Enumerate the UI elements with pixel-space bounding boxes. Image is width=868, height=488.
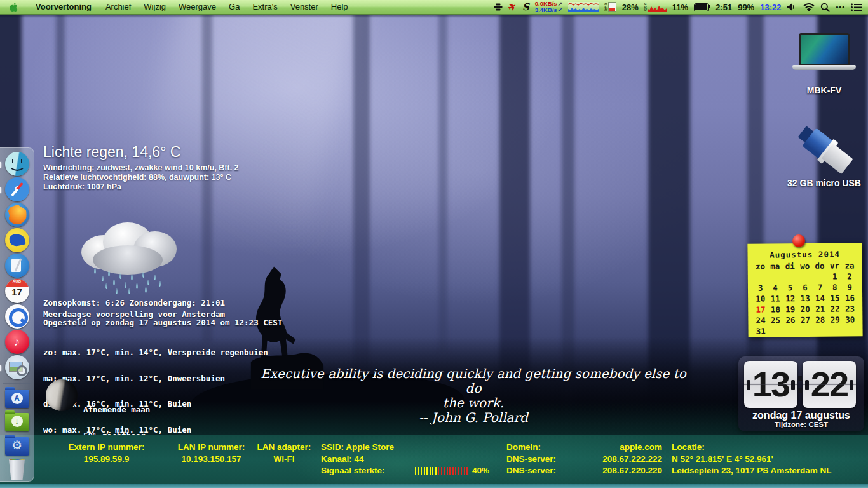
signal-bar-yellow bbox=[424, 467, 425, 475]
pushpin-icon bbox=[792, 234, 805, 247]
network-history-graph-icon[interactable] bbox=[568, 2, 599, 12]
battery-percent: 99% bbox=[738, 3, 754, 12]
dock-item-safari[interactable] bbox=[4, 177, 31, 201]
lan-adapter-value: Wi-Fi bbox=[243, 454, 325, 466]
signal-bar-red bbox=[438, 467, 439, 475]
macbook-label[interactable]: MBK-FV bbox=[773, 85, 868, 95]
itunes-icon: ♪ bbox=[5, 330, 29, 354]
menubar-clock[interactable]: 13:22 bbox=[760, 3, 781, 12]
finder-icon bbox=[5, 152, 29, 176]
menu-bar: Voorvertoning Archief Wijzig Weergave Ga… bbox=[0, 0, 868, 15]
mem-label: MEM bbox=[604, 3, 607, 11]
menu-weergave[interactable]: Weergave bbox=[172, 0, 222, 14]
quote-of-the-day: Executive ability is deciding quickly an… bbox=[254, 367, 693, 425]
apple-menu-icon[interactable] bbox=[9, 2, 19, 13]
quicktime-icon bbox=[5, 304, 29, 329]
calendar-cell bbox=[813, 326, 828, 336]
preview-running-indicator bbox=[0, 365, 1, 371]
dock-item-utilities-folder[interactable]: ⚙ bbox=[4, 435, 31, 457]
calendar-cell: 27 bbox=[798, 315, 813, 325]
dock-item-applications-folder[interactable]: A bbox=[4, 388, 31, 410]
usb-label[interactable]: 32 GB micro USB bbox=[773, 178, 868, 188]
wifi-icon[interactable] bbox=[803, 3, 815, 11]
little-snitch-plane-icon[interactable]: ✈ bbox=[506, 0, 519, 14]
blinds-menu-icon[interactable] bbox=[494, 3, 503, 11]
calendar-cell: 5 bbox=[783, 283, 798, 292]
calendar-day-header: vr bbox=[827, 261, 843, 270]
calendar-icon: AUG 17 bbox=[5, 279, 29, 303]
calendar-cell: 7 bbox=[813, 283, 828, 292]
calendar-cell: 21 bbox=[813, 304, 828, 314]
signal-bar-yellow bbox=[421, 467, 422, 475]
calendar-cell: 6 bbox=[797, 283, 813, 292]
dock-item-quicktime[interactable] bbox=[4, 304, 31, 329]
menu-extras[interactable]: Extra's bbox=[246, 0, 283, 14]
calendar-day-header: wo bbox=[797, 261, 813, 271]
weather-wind: Windrichting: zuidwest, zwakke wind 10 k… bbox=[43, 163, 239, 173]
menu-ga[interactable]: Ga bbox=[222, 0, 246, 14]
more-menu-icon[interactable]: ••• bbox=[836, 3, 845, 11]
calendar-cell: 30 bbox=[843, 315, 858, 324]
calendar-cell: 8 bbox=[827, 282, 843, 292]
firefox-icon bbox=[5, 203, 29, 227]
menu-archief[interactable]: Archief bbox=[99, 0, 137, 14]
flip-clock-date: zondag 17 augustus bbox=[738, 410, 864, 421]
memory-indicator[interactable]: MEM bbox=[604, 2, 616, 12]
thunderbird-icon bbox=[5, 228, 29, 252]
calendar-cell: 10 bbox=[753, 294, 768, 304]
calendar-cell bbox=[768, 272, 783, 281]
weather-pressure: Luchtdruk: 1007 hPa bbox=[43, 182, 239, 192]
desktop-icon-macbook[interactable] bbox=[792, 33, 856, 75]
dock-item-calendar[interactable]: AUG 17 bbox=[4, 279, 31, 303]
menu-wijzig[interactable]: Wijzig bbox=[137, 0, 172, 14]
calendar-cell bbox=[798, 326, 813, 336]
volume-icon[interactable] bbox=[787, 3, 797, 11]
dock-item-thunderbird[interactable] bbox=[4, 228, 31, 252]
flip-clock-widget: 13 22 zondag 17 augustus Tijdzone: CEST bbox=[738, 356, 864, 431]
calendar-cell: 20 bbox=[797, 304, 813, 314]
notification-center-icon[interactable] bbox=[851, 3, 862, 11]
dock-item-downloads-folder[interactable]: ↓ bbox=[4, 411, 31, 433]
signal-bar-red bbox=[449, 467, 451, 475]
signal-label: Signaal sterkte: bbox=[321, 465, 415, 477]
extern-ip-label: Extern IP nummer: bbox=[44, 442, 168, 454]
weather-details: Windrichting: zuidwest, zwakke wind 10 k… bbox=[43, 163, 239, 192]
calendar-cell: 14 bbox=[813, 294, 828, 303]
dock-item-firefox[interactable] bbox=[4, 203, 31, 227]
menu-venster[interactable]: Venster bbox=[284, 0, 325, 14]
calendar-day-header: do bbox=[812, 261, 827, 271]
cpu-indicator[interactable]: CPU bbox=[644, 3, 667, 12]
calendar-cell: 25 bbox=[768, 315, 783, 325]
calendar-day-header: ma bbox=[768, 261, 783, 271]
signal-bar-red bbox=[447, 467, 448, 475]
dock-item-trash[interactable] bbox=[4, 459, 31, 481]
safari-icon bbox=[5, 177, 29, 201]
domein-label: Domein: bbox=[506, 442, 572, 454]
calendar-cell: 11 bbox=[768, 294, 783, 303]
dock-item-finder[interactable] bbox=[4, 152, 31, 176]
document-editor-icon bbox=[5, 254, 29, 278]
menu-app-name[interactable]: Voorvertoning bbox=[29, 0, 99, 14]
menu-help[interactable]: Help bbox=[325, 0, 355, 14]
signal-strength-bars bbox=[415, 467, 468, 475]
location-block: Locatie: N 52° 21.815' E 4° 52.961' Leid… bbox=[672, 442, 862, 477]
calendar-cell: 22 bbox=[827, 304, 843, 313]
calendar-cell bbox=[768, 326, 783, 336]
battery-icon[interactable] bbox=[694, 3, 709, 11]
calendar-sticky-note: Augustus 2014 zomadiwodovrza123456789101… bbox=[747, 243, 862, 337]
finder-running-indicator bbox=[0, 162, 1, 168]
wifi-info-block: SSID: Apple Store Kanaal: 44 Signaal ste… bbox=[321, 442, 531, 477]
network-speed-indicator[interactable]: 0.0KB/s 3.4KB/s ↗ ↙ bbox=[535, 1, 562, 13]
dock-item-documents-app[interactable] bbox=[4, 254, 31, 278]
battery-time: 2:51 bbox=[715, 3, 732, 12]
dock-item-preview[interactable] bbox=[4, 355, 31, 379]
s-menu-icon[interactable]: S bbox=[522, 1, 529, 13]
calendar-day-header: zo bbox=[753, 262, 768, 271]
dock-divider bbox=[3, 383, 31, 384]
quote-line: Executive ability is deciding quickly an… bbox=[254, 367, 693, 396]
cpu-percent: 11% bbox=[672, 3, 688, 12]
dock-item-itunes[interactable]: ♪ bbox=[4, 330, 31, 354]
calendar-cell bbox=[797, 272, 813, 281]
spotlight-search-icon[interactable] bbox=[820, 3, 830, 12]
signal-bar-red bbox=[458, 467, 459, 475]
